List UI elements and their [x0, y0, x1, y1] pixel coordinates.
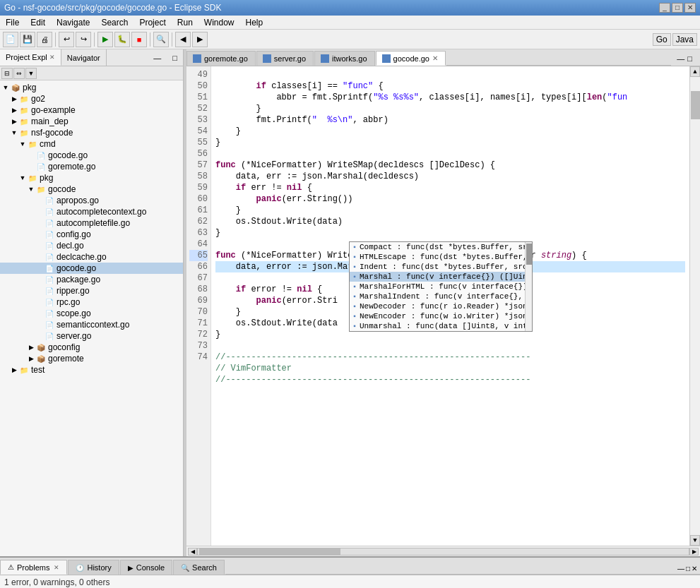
- menu-file[interactable]: File: [3, 17, 22, 28]
- panel-close-button[interactable]: ✕: [692, 565, 697, 572]
- tree-item-apropos[interactable]: 📄 apropos.go: [0, 195, 183, 206]
- new-button[interactable]: 📄: [3, 32, 18, 47]
- panel-minimize-button[interactable]: —: [677, 565, 684, 572]
- ac-item-4[interactable]: ▪ MarshalForHTML : func(v interface{}) (…: [350, 282, 532, 292]
- ac-item-3[interactable]: ▪ Marshal : func(v interface{}) ([]Uint8…: [350, 272, 532, 282]
- stop-button[interactable]: ■: [131, 32, 147, 47]
- menu-navigate[interactable]: Navigate: [54, 17, 93, 28]
- undo-button[interactable]: ↩: [59, 32, 74, 47]
- editor-vertical-scrollbar[interactable]: ▲ ▼: [689, 66, 700, 546]
- tree-item-decl[interactable]: 📄 decl.go: [0, 240, 183, 251]
- sidebar-minimize[interactable]: —: [148, 49, 167, 66]
- minimize-editor[interactable]: —: [677, 54, 684, 63]
- tree-item-config[interactable]: 📄 config.go: [0, 229, 183, 240]
- expand-test[interactable]: ▶: [10, 366, 18, 373]
- tree-item-go2[interactable]: ▶ 📁 go2: [0, 93, 183, 104]
- expand-go-example[interactable]: ▶: [10, 107, 18, 114]
- tree-item-test[interactable]: ▶ 📁 test: [0, 364, 183, 376]
- redo-button[interactable]: ↪: [76, 32, 91, 47]
- tree-item-autocompletecontext[interactable]: 📄 autocompletecontext.go: [0, 206, 183, 217]
- ac-scroll-thumb[interactable]: [526, 244, 532, 265]
- titlebar-controls[interactable]: _ □ ✕: [659, 3, 696, 13]
- next-button[interactable]: ▶: [192, 32, 208, 47]
- tree-item-pkg[interactable]: ▼ 📦 pkg: [0, 82, 183, 93]
- expand-main-dep[interactable]: ▶: [10, 118, 18, 125]
- autocomplete-scrollbar[interactable]: [525, 242, 532, 331]
- editor-tab-itworks[interactable]: itworks.go: [314, 51, 375, 66]
- tree-item-scope[interactable]: 📄 scope.go: [0, 308, 183, 319]
- editor-panel-controls[interactable]: — □: [671, 51, 699, 66]
- java-label[interactable]: Java: [672, 33, 697, 46]
- sidebar-maximize[interactable]: □: [167, 49, 183, 66]
- tree-item-package[interactable]: 📄 package.go: [0, 274, 183, 285]
- tree-item-gocode-file[interactable]: 📄 gocode.go: [0, 263, 183, 274]
- ac-item-1[interactable]: ▪ HTMLEscape : func(dst *bytes.Buffer, s…: [350, 252, 532, 262]
- maximize-editor[interactable]: □: [687, 54, 692, 63]
- search-button[interactable]: 🔍: [153, 32, 169, 47]
- expand-pkg-folder[interactable]: ▼: [18, 174, 27, 181]
- hscroll-thumb[interactable]: [199, 548, 340, 555]
- bottom-tab-history[interactable]: 🕐 History: [68, 560, 119, 575]
- vscroll-thumb[interactable]: [691, 91, 700, 119]
- tree-item-nsf-gocode[interactable]: ▼ 📁 nsf-gocode: [0, 127, 183, 138]
- tree-item-cmd[interactable]: ▼ 📁 cmd: [0, 138, 183, 150]
- ac-item-0[interactable]: ▪ Compact : func(dst *bytes.Buffer, src …: [350, 242, 532, 252]
- tree-item-cmd-gocode[interactable]: 📄 gocode.go: [0, 150, 183, 161]
- menu-help[interactable]: Help: [243, 17, 266, 28]
- expand-go2[interactable]: ▶: [10, 95, 18, 102]
- scroll-right-button[interactable]: ▶: [689, 548, 699, 556]
- tree-item-go-example[interactable]: ▶ 📁 go-example: [0, 104, 183, 116]
- project-explorer-close[interactable]: ✕: [49, 54, 55, 61]
- menu-search[interactable]: Search: [98, 17, 131, 28]
- tree-item-semanticcontext[interactable]: 📄 semanticcontext.go: [0, 319, 183, 330]
- run-button[interactable]: ▶: [97, 32, 113, 47]
- debug-button[interactable]: 🐛: [114, 32, 130, 47]
- expand-nsf-gocode[interactable]: ▼: [10, 129, 18, 136]
- editor-tab-goremote[interactable]: goremote.go: [186, 51, 256, 66]
- collapse-all-button[interactable]: ⊟: [1, 68, 13, 79]
- tree-item-cmd-goremote[interactable]: 📄 goremote.go: [0, 161, 183, 172]
- print-button[interactable]: 🖨: [37, 32, 52, 47]
- expand-pkg[interactable]: ▼: [1, 84, 10, 91]
- expand-goconfig[interactable]: ▶: [27, 344, 35, 351]
- expand-goremote[interactable]: ▶: [27, 355, 35, 362]
- editor-tab-server[interactable]: server.go: [256, 51, 314, 66]
- ac-item-7[interactable]: ▪ NewEncoder : func(w io.Writer) *json.E…: [350, 311, 532, 321]
- tab-close-button[interactable]: ✕: [432, 54, 438, 62]
- ac-item-2[interactable]: ▪ Indent : func(dst *bytes.Buffer, src […: [350, 262, 532, 272]
- bottom-tab-search[interactable]: 🔍 Search: [173, 560, 225, 575]
- scroll-left-button[interactable]: ◀: [188, 548, 197, 556]
- menu-edit[interactable]: Edit: [28, 17, 48, 28]
- editor-tab-gocode[interactable]: gocode.go ✕: [376, 51, 446, 66]
- minimize-button[interactable]: _: [659, 3, 670, 13]
- problems-tab-close[interactable]: ✕: [54, 564, 59, 571]
- tree-item-autocompletefile[interactable]: 📄 autocompletefile.go: [0, 217, 183, 229]
- bottom-tab-console[interactable]: ▶ Console: [120, 560, 172, 575]
- menu-project[interactable]: Project: [136, 17, 168, 28]
- menu-window[interactable]: Window: [201, 17, 237, 28]
- sidebar-menu-button[interactable]: ▼: [25, 68, 37, 79]
- tree-item-declcache[interactable]: 📄 declcache.go: [0, 251, 183, 263]
- sidebar-tab-navigator[interactable]: Navigator: [61, 49, 107, 66]
- save-button[interactable]: 💾: [20, 32, 35, 47]
- menu-run[interactable]: Run: [174, 17, 196, 28]
- tree-item-rpc[interactable]: 📄 rpc.go: [0, 296, 183, 308]
- tree-item-pkg-folder[interactable]: ▼ 📁 pkg: [0, 172, 183, 184]
- hscroll-track[interactable]: [197, 548, 689, 556]
- maximize-button[interactable]: □: [672, 3, 683, 13]
- tree-item-main-dep[interactable]: ▶ 📁 main_dep: [0, 116, 183, 127]
- expand-gocode-pkg[interactable]: ▼: [27, 186, 35, 193]
- tree-item-goremote[interactable]: ▶ 📦 goremote: [0, 353, 183, 364]
- bottom-tab-problems[interactable]: ⚠ Problems ✕: [0, 560, 67, 575]
- link-editor-button[interactable]: ⇔: [13, 68, 25, 79]
- panel-maximize-button[interactable]: □: [686, 565, 690, 572]
- go-label[interactable]: Go: [653, 33, 671, 46]
- ac-item-5[interactable]: ▪ MarshalIndent : func(v interface{}, pr…: [350, 292, 532, 301]
- ac-item-6[interactable]: ▪ NewDecoder : func(r io.Reader) *json.D…: [350, 301, 532, 311]
- ac-item-8[interactable]: ▪ Unmarshal : func(data []Uint8, v inter…: [350, 321, 532, 331]
- expand-cmd[interactable]: ▼: [18, 140, 27, 148]
- tree-item-goconfig[interactable]: ▶ 📦 goconfig: [0, 342, 183, 353]
- tree-item-server[interactable]: 📄 server.go: [0, 330, 183, 342]
- tree-item-ripper[interactable]: 📄 ripper.go: [0, 285, 183, 296]
- close-button[interactable]: ✕: [684, 3, 696, 13]
